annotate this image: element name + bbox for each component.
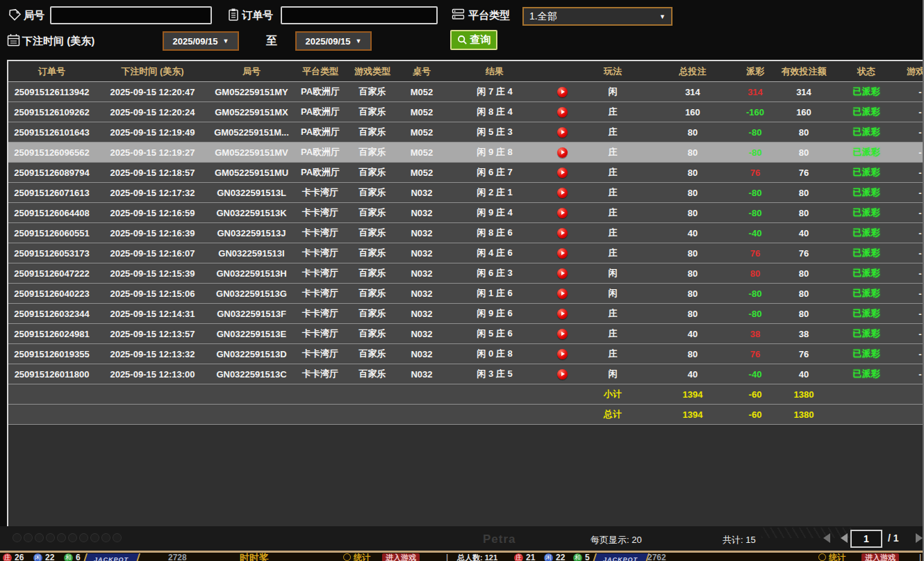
column-header[interactable]: 玩法	[581, 61, 644, 81]
column-header[interactable]: 游戏类型	[347, 61, 397, 81]
cell-extra: -	[894, 344, 924, 364]
column-header[interactable]: 派彩	[741, 61, 769, 81]
table-row[interactable]: 2509151260402232025-09-15 12:15:06GN0322…	[8, 284, 924, 304]
table-row[interactable]: 2509151260323442025-09-15 12:14:31GN0322…	[8, 304, 924, 324]
cell-game: 百家乐	[347, 102, 397, 122]
cell-game: 百家乐	[347, 183, 397, 202]
replay-play-icon[interactable]	[557, 127, 568, 138]
replay-play-icon[interactable]	[557, 248, 568, 259]
date-to-select[interactable]: 2025/09/15 ▼	[295, 31, 372, 51]
cell-game: 百家乐	[347, 122, 397, 142]
column-header[interactable]: 状态	[839, 61, 894, 81]
cell-valid: 1380	[769, 384, 839, 404]
cell-replay	[543, 384, 581, 404]
cell-platform	[293, 405, 347, 424]
column-header[interactable]: 平台类型	[293, 61, 347, 81]
date-from-value: 2025/09/15	[173, 36, 218, 47]
cell-time: 2025-09-15 12:15:39	[95, 263, 210, 283]
replay-play-icon[interactable]	[557, 228, 568, 238]
cell-replay	[543, 344, 581, 364]
cell-payout: 38	[741, 324, 769, 343]
replay-play-icon[interactable]	[557, 168, 568, 178]
cell-bet: 40	[644, 223, 741, 243]
replay-play-icon[interactable]	[557, 369, 568, 380]
cell-replay	[543, 143, 581, 162]
cell-order: 250915126071613	[8, 183, 95, 202]
cell-valid: 80	[769, 143, 839, 162]
round-number-input[interactable]	[50, 6, 212, 24]
stats-icon	[343, 553, 351, 561]
cell-time: 2025-09-15 12:13:00	[95, 364, 210, 384]
cell-time: 2025-09-15 12:16:39	[95, 223, 210, 243]
table-row[interactable]: 2509151261016432025-09-15 12:19:49GM0522…	[8, 122, 924, 143]
table-row[interactable]: 2509151260644082025-09-15 12:16:59GN0322…	[8, 203, 924, 223]
order-number-input[interactable]	[281, 6, 438, 24]
replay-play-icon[interactable]	[557, 268, 568, 279]
cell-extra: -	[894, 304, 924, 323]
column-header[interactable]: 局号	[210, 61, 293, 81]
table-row[interactable]: 2509151260193552025-09-15 12:13:32GN0322…	[8, 344, 924, 364]
column-header[interactable]	[543, 61, 581, 81]
cell-play: 闲	[581, 263, 644, 283]
replay-play-icon[interactable]	[557, 309, 568, 319]
table-row[interactable]: 2509151260716132025-09-15 12:17:32GN0322…	[8, 183, 924, 203]
replay-play-icon[interactable]	[557, 288, 568, 299]
date-from-select[interactable]: 2025/09/15 ▼	[163, 31, 239, 51]
stats-button[interactable]: 统计	[829, 553, 845, 561]
cell-table: N032	[397, 304, 446, 323]
cell-round: GN0322591513H	[210, 263, 293, 283]
replay-play-icon[interactable]	[557, 349, 568, 359]
cell-status: 已派彩	[839, 203, 894, 222]
platform-select[interactable]: 1.全部 ▼	[522, 7, 673, 26]
cell-game	[347, 405, 397, 424]
cell-time: 2025-09-15 12:20:24	[95, 102, 210, 122]
column-header[interactable]: 下注时间 (美东)	[95, 61, 210, 81]
column-header[interactable]: 游戏机	[894, 61, 924, 81]
prev-page-button[interactable]	[841, 533, 848, 543]
replay-play-icon[interactable]	[557, 329, 568, 339]
cell-order	[8, 384, 95, 404]
cell-order: 250915126040223	[8, 284, 95, 303]
cell-platform: PA欧洲厅	[293, 143, 347, 162]
replay-play-icon[interactable]	[557, 188, 568, 198]
cell-payout: -80	[741, 122, 769, 142]
stats-button[interactable]: 统计	[354, 553, 370, 561]
table-row[interactable]: 2509151260531732025-09-15 12:16:07GN0322…	[8, 243, 924, 263]
cell-order	[8, 405, 95, 424]
column-header[interactable]: 结果	[446, 61, 543, 81]
enter-game-button[interactable]: 进入游戏	[861, 553, 899, 561]
cell-result: 闲 5 庄 6	[446, 324, 543, 343]
subtotal-row: 小计1394-601380	[8, 384, 924, 405]
table-row[interactable]: 2509151260897942025-09-15 12:18:57GM0522…	[8, 163, 924, 183]
cell-table: N032	[397, 223, 446, 243]
replay-play-icon[interactable]	[557, 87, 568, 97]
next-page-button[interactable]	[916, 533, 923, 543]
search-button[interactable]: 查询	[450, 30, 497, 50]
table-row[interactable]: 2509151260965622025-09-15 12:19:27GM0522…	[8, 143, 924, 163]
table-row[interactable]: 2509151260605512025-09-15 12:16:39GN0322…	[8, 223, 924, 243]
first-page-button[interactable]	[823, 533, 830, 543]
column-header[interactable]: 总投注	[644, 61, 741, 81]
cell-valid: 76	[769, 243, 839, 263]
page-input[interactable]	[850, 530, 882, 548]
replay-play-icon[interactable]	[557, 107, 568, 117]
column-header[interactable]: 订单号	[8, 61, 95, 81]
replay-play-icon[interactable]	[557, 147, 568, 158]
table-row[interactable]: 2509151260472222025-09-15 12:15:39GN0322…	[8, 263, 924, 284]
replay-play-icon[interactable]	[557, 208, 568, 218]
table-row[interactable]: 2509151260249812025-09-15 12:13:57GN0322…	[8, 324, 924, 344]
enter-game-button[interactable]: 进入游戏	[382, 553, 420, 561]
table-body: 2509151261139422025-09-15 12:20:47GM0522…	[8, 82, 924, 425]
column-header[interactable]: 有效投注额	[769, 61, 839, 81]
cell-platform: PA欧洲厅	[293, 122, 347, 142]
table-row[interactable]: 2509151260118002025-09-15 12:13:00GN0322…	[8, 364, 924, 384]
cell-result: 闲 4 庄 6	[446, 243, 543, 263]
column-header[interactable]: 桌号	[397, 61, 446, 81]
cell-order: 250915126109262	[8, 102, 95, 122]
cell-time: 2025-09-15 12:16:07	[95, 243, 210, 263]
cell-bet: 80	[644, 243, 741, 263]
table-row[interactable]: 2509151261139422025-09-15 12:20:47GM0522…	[8, 82, 924, 102]
table-row[interactable]: 2509151261092622025-09-15 12:20:24GM0522…	[8, 102, 924, 122]
cell-extra: -	[894, 102, 924, 122]
cell-play: 庄	[581, 203, 644, 222]
